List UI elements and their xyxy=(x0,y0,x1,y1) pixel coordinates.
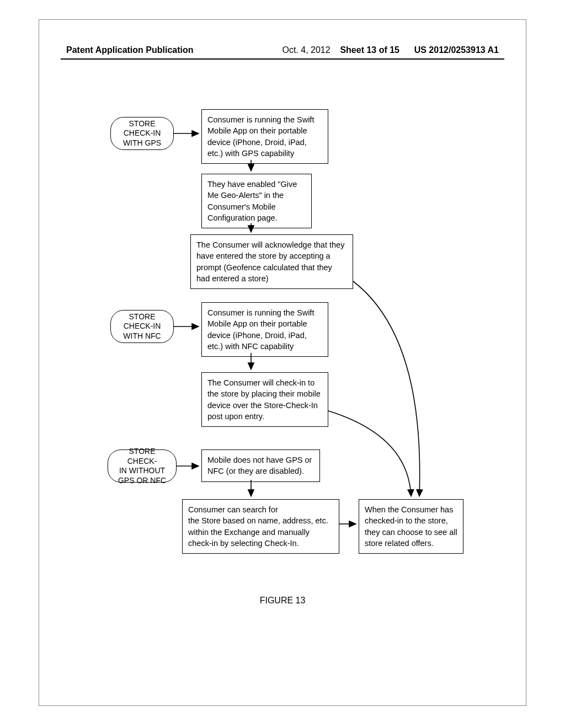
terminal-none-label: STORE CHECK- IN WITHOUT GPS OR NFC xyxy=(114,447,170,485)
terminal-gps-label: STORE CHECK-IN WITH GPS xyxy=(123,119,161,148)
box-gps-acknowledge: The Consumer will acknowledge that they … xyxy=(190,234,353,289)
box-nfc-running-app-text: Consumer is running the Swift Mobile App… xyxy=(207,308,314,351)
figure-label-text: FIGURE 13 xyxy=(260,596,306,605)
header-left: Patent Application Publication xyxy=(66,45,194,55)
figure-label: FIGURE 13 xyxy=(0,596,565,606)
terminal-nfc: STORE CHECK-IN WITH NFC xyxy=(110,310,174,343)
box-result-offers-text: When the Consumer has checked-in to the … xyxy=(365,505,457,548)
terminal-gps: STORE CHECK-IN WITH GPS xyxy=(110,117,174,150)
box-gps-geoalerts-text: They have enabled "Give Me Geo-Alerts" i… xyxy=(207,180,297,222)
box-gps-acknowledge-text: The Consumer will acknowledge that they … xyxy=(196,240,344,283)
box-nfc-checkin: The Consumer will check-in to the store … xyxy=(201,372,328,427)
box-gps-running-app-text: Consumer is running the Swift Mobile App… xyxy=(207,115,314,158)
terminal-none: STORE CHECK- IN WITHOUT GPS OR NFC xyxy=(108,449,177,483)
box-none-search-text: Consumer can search for the Store based … xyxy=(188,505,328,548)
box-result-offers: When the Consumer has checked-in to the … xyxy=(359,499,463,554)
box-none-search: Consumer can search for the Store based … xyxy=(182,499,339,554)
box-gps-geoalerts: They have enabled "Give Me Geo-Alerts" i… xyxy=(201,174,312,228)
box-none-disabled: Mobile does not have GPS or NFC (or they… xyxy=(201,449,320,482)
header-sheet: Sheet 13 of 15 xyxy=(340,45,399,55)
header-pubno: US 2012/0253913 A1 xyxy=(414,45,499,55)
box-nfc-checkin-text: The Consumer will check-in to the store … xyxy=(207,378,321,421)
box-gps-running-app: Consumer is running the Swift Mobile App… xyxy=(201,109,328,164)
box-nfc-running-app: Consumer is running the Swift Mobile App… xyxy=(201,302,328,357)
header-rule xyxy=(61,58,504,60)
terminal-nfc-label: STORE CHECK-IN WITH NFC xyxy=(123,312,161,341)
box-none-disabled-text: Mobile does not have GPS or NFC (or they… xyxy=(207,456,312,475)
header-right: Oct. 4, 2012 Sheet 13 of 15 US 2012/0253… xyxy=(282,45,499,55)
header-date: Oct. 4, 2012 xyxy=(282,45,330,55)
page-header: Patent Application Publication Oct. 4, 2… xyxy=(0,45,565,55)
flowchart: STORE CHECK-IN WITH GPS Consumer is runn… xyxy=(0,105,565,728)
